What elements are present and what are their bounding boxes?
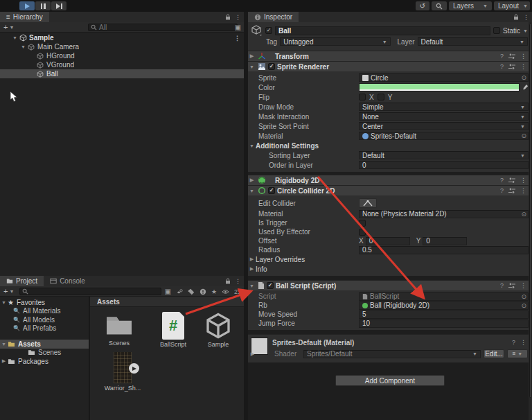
foldout-open-icon[interactable]: ▼ (19, 44, 27, 49)
enabled-checkbox[interactable]: ✓ (268, 187, 275, 194)
help-icon[interactable]: ? (500, 282, 504, 289)
asset-ballscript[interactable]: # BallScript (152, 312, 194, 348)
foldout-open-icon[interactable]: ▼ (248, 64, 256, 69)
foldout-closed-icon[interactable]: ▶ (249, 351, 256, 357)
foldout-closed-icon[interactable]: ▶ (248, 53, 256, 59)
favorites-all-prefabs[interactable]: 🔍 All Prefabs (0, 324, 89, 333)
physics-material-field[interactable]: None (Physics Material 2D) ⊙ (359, 210, 529, 218)
object-picker-icon[interactable]: ⊙ (521, 302, 526, 309)
kebab-menu-icon[interactable]: ⋮ (520, 63, 526, 70)
hierarchy-row-hground[interactable]: HGround (0, 51, 244, 60)
favorites-row[interactable]: ▼ ★ Favorites (0, 298, 89, 307)
foldout-open-icon[interactable]: ▼ (248, 283, 256, 288)
presets-icon[interactable] (508, 188, 515, 194)
lock-icon[interactable] (225, 14, 231, 20)
radius-input[interactable]: 0.5 (359, 246, 529, 254)
create-button[interactable]: +▼ (3, 23, 14, 31)
help-icon[interactable]: ? (500, 187, 504, 194)
offset-y-input[interactable]: 0 (423, 237, 467, 245)
asset-warrior-sprite[interactable]: Warrior_Sh... (98, 352, 147, 392)
presets-icon[interactable] (508, 177, 515, 184)
hierarchy-row-sample[interactable]: ▼ Sample ⋮ (0, 33, 244, 42)
object-picker-icon[interactable]: ⊙ (521, 74, 526, 81)
object-picker-icon[interactable]: ⊙ (521, 132, 526, 139)
edit-collider-button[interactable] (359, 198, 377, 208)
material-options-button[interactable]: ≡ ▼ (507, 349, 528, 358)
circle-collider2d-header[interactable]: ▼ ✓ Circle Collider 2D ?⋮ (248, 185, 532, 195)
project-search-input[interactable] (19, 288, 161, 295)
add-component-button[interactable]: Add Component (335, 375, 445, 386)
kebab-menu-icon[interactable]: ⋮ (234, 35, 240, 42)
presets-icon[interactable] (508, 64, 515, 70)
audio-preview-play-icon[interactable] (129, 363, 139, 374)
tab-project[interactable]: Project (0, 276, 44, 286)
enabled-checkbox[interactable]: ✓ (268, 63, 275, 70)
object-picker-icon[interactable]: ⊙ (521, 211, 526, 218)
offset-x-input[interactable]: 0 (366, 237, 410, 245)
tag-dropdown[interactable]: Untagged ▼ (280, 37, 390, 46)
favorites-all-models[interactable]: 🔍 All Models (0, 315, 89, 324)
help-icon[interactable]: ? (512, 339, 515, 346)
play-button[interactable] (19, 1, 35, 10)
hierarchy-search-input[interactable]: All (88, 24, 238, 31)
mask-interaction-dropdown[interactable]: None ▼ (359, 112, 529, 121)
additional-settings-foldout[interactable]: ▼ Additional Settings (248, 141, 532, 150)
enabled-checkbox[interactable]: ✓ (267, 282, 274, 289)
static-checkbox[interactable] (493, 27, 500, 34)
search-by-label-icon[interactable] (188, 288, 195, 295)
asset-sample-scene[interactable]: Sample (197, 312, 239, 348)
kebab-menu-icon[interactable]: ⋮ (520, 187, 526, 194)
scenes-folder-row[interactable]: Scenes (0, 349, 89, 358)
assets-folder-row[interactable]: ▼ Assets (0, 340, 89, 349)
active-checkbox[interactable]: ✓ (265, 27, 272, 34)
material-object-field[interactable]: Sprites-Default ⊙ (359, 132, 529, 140)
kebab-menu-icon[interactable]: ⋮ (520, 177, 526, 184)
color-swatch[interactable] (359, 83, 520, 91)
lock-icon[interactable] (513, 14, 519, 20)
create-button[interactable]: +▼ (3, 287, 14, 295)
ball-script-header[interactable]: ▼ ✓ Ball Script (Script) ?⋮ (248, 280, 532, 290)
foldout-closed-icon[interactable]: ▶ (0, 358, 8, 364)
presets-icon[interactable] (508, 283, 515, 289)
presets-icon[interactable] (508, 53, 515, 60)
hierarchy-row-main-camera[interactable]: ▼ Main Camera (0, 42, 244, 51)
help-icon[interactable]: ? (500, 177, 504, 184)
kebab-menu-icon[interactable]: ⋮ (520, 282, 526, 289)
lock-icon[interactable] (225, 278, 231, 284)
tab-console[interactable]: Console (44, 276, 91, 286)
transform-header[interactable]: ▶ Transform ?⋮ (248, 51, 532, 61)
favorites-all-materials[interactable]: 🔍 All Materials (0, 307, 89, 316)
tab-inspector[interactable]: Inspector (248, 12, 299, 22)
foldout-closed-icon[interactable]: ▶ (248, 177, 256, 183)
rigidbody2d-header[interactable]: ▶ Rigidbody 2D ?⋮ (248, 175, 532, 185)
kebab-menu-icon[interactable]: ⋮ (520, 53, 526, 60)
info-foldout[interactable]: ▶ Info (248, 264, 532, 274)
sprite-object-field[interactable]: Circle ⊙ (359, 73, 529, 82)
pause-button[interactable] (35, 1, 51, 10)
hierarchy-row-ball[interactable]: Ball (0, 69, 244, 78)
save-search-icon[interactable]: ★ (211, 288, 217, 295)
import-log-icon[interactable] (200, 288, 206, 295)
flip-y-checkbox[interactable] (378, 94, 384, 100)
gameobject-icon[interactable] (251, 25, 263, 36)
jump-force-input[interactable]: 10 (359, 320, 529, 328)
hierarchy-row-vground[interactable]: VGround (0, 60, 244, 69)
step-button[interactable] (51, 1, 66, 10)
hidden-count-eye-icon[interactable] (222, 289, 229, 295)
search-options-icon[interactable]: ▣ (235, 24, 241, 31)
layout-dropdown[interactable]: Layout▼ (494, 1, 530, 10)
asset-scenes[interactable]: Scenes (98, 312, 140, 347)
kebab-menu-icon[interactable]: ⋮ (523, 14, 529, 21)
flip-x-checkbox[interactable] (359, 94, 366, 100)
shader-dropdown[interactable]: Sprites/Default ▼ (303, 350, 481, 358)
foldout-open-icon[interactable]: ▼ (248, 189, 256, 193)
global-search-button[interactable] (432, 1, 447, 10)
object-picker-icon[interactable]: ⊙ (521, 293, 526, 300)
sorting-layer-dropdown[interactable]: Default ▼ (359, 151, 529, 159)
order-in-layer-input[interactable]: 0 (359, 161, 529, 169)
move-speed-input[interactable]: 5 (359, 310, 529, 319)
used-by-effector-checkbox[interactable] (359, 229, 366, 236)
script-object-field[interactable]: BallScript ⊙ (359, 292, 529, 301)
layers-dropdown[interactable]: Layers▼ (449, 1, 492, 10)
gameobject-name-field[interactable]: Ball (275, 26, 490, 35)
